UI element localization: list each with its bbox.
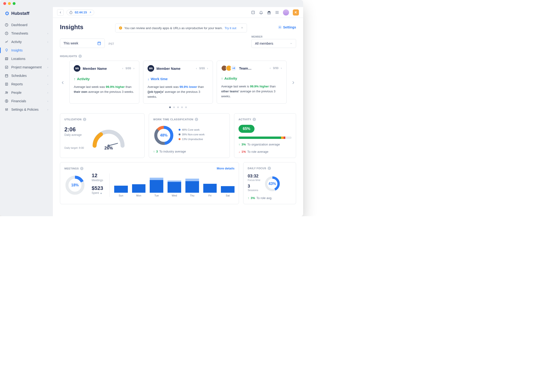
info-icon[interactable]: i — [80, 167, 83, 170]
sidebar-item-dashboard[interactable]: Dashboard — [0, 21, 53, 29]
card-prev[interactable]: ‹ — [122, 66, 124, 70]
user-badge[interactable]: K — [293, 9, 299, 15]
chevron-right-icon: › — [48, 83, 48, 85]
bell-icon[interactable] — [259, 10, 263, 14]
topbar: 02:44:15 ? K — [53, 7, 303, 18]
daily-focus-panel: DAILY FOCUSi 03:32 Focus time 3 Sessions — [243, 162, 296, 204]
nav-icon — [5, 31, 8, 35]
member-filter-select[interactable]: All members — [251, 39, 296, 48]
legend-item: 13% Unproductive — [179, 138, 205, 140]
nav-icon — [5, 91, 8, 94]
nav-icon — [5, 49, 8, 52]
svg-rect-2 — [5, 66, 8, 69]
chevron-right-icon: › — [48, 75, 48, 77]
minimize-window-icon[interactable] — [8, 2, 11, 5]
close-window-icon[interactable] — [3, 2, 6, 5]
chevron-right-icon: › — [48, 100, 48, 102]
sidebar-item-activity[interactable]: Activity› — [0, 38, 53, 46]
close-icon — [241, 26, 243, 29]
sidebar-item-insights[interactable]: Insights — [0, 46, 53, 55]
carousel-next[interactable]: › — [291, 78, 296, 86]
sidebar-item-settings-policies[interactable]: Settings & Policies› — [0, 105, 53, 114]
card-member-name: Member Name — [83, 67, 107, 70]
brand-name: Hubstaff — [11, 11, 29, 16]
calendar-icon — [97, 41, 101, 45]
timer-value: 02:44:15 — [75, 11, 87, 14]
banner-close[interactable] — [241, 26, 243, 30]
svg-text:i: i — [120, 27, 121, 29]
page-title: Insights — [60, 23, 83, 31]
utilization-gauge: 26% — [89, 125, 129, 151]
bar-column: Wed — [167, 174, 181, 197]
arrow-up-icon: ↑ — [74, 77, 76, 81]
meetings-chart: SunMonTueWedThuFriSat — [109, 174, 235, 197]
info-icon[interactable]: i — [78, 55, 82, 58]
card-next[interactable]: › — [280, 66, 282, 70]
carousel-dots[interactable] — [60, 106, 296, 108]
card-next[interactable]: › — [133, 66, 135, 70]
user-avatar[interactable] — [283, 9, 289, 15]
member-avatar: MN — [74, 65, 80, 72]
timer-widget[interactable]: 02:44:15 — [67, 10, 94, 15]
meetings-more-link[interactable]: More details — [217, 167, 235, 170]
maximize-window-icon[interactable] — [13, 2, 15, 5]
back-button[interactable] — [57, 9, 64, 16]
legend-item: 48% Core work — [179, 128, 205, 131]
activity-bar — [238, 137, 292, 139]
info-icon[interactable]: i — [268, 167, 271, 170]
sidebar-item-timesheets[interactable]: Timesheets› — [0, 29, 53, 38]
window-titlebar — [0, 0, 303, 7]
sidebar-item-people[interactable]: People› — [0, 88, 53, 97]
gift-icon[interactable] — [267, 10, 271, 14]
date-range-select[interactable]: This week — [60, 39, 105, 48]
card-member-name: Team… — [239, 66, 251, 70]
svg-point-8 — [5, 109, 6, 110]
settings-link[interactable]: Settings — [278, 25, 296, 29]
info-icon[interactable]: i — [83, 118, 86, 121]
sidebar-item-reports[interactable]: Reports› — [0, 80, 53, 88]
metric-label: ↑ Activity — [74, 77, 135, 81]
activity-panel: ACTIVITYi 65% ↑3%To organization average… — [234, 113, 296, 158]
svg-point-20 — [278, 12, 278, 13]
brand-logo[interactable]: Hubstaff — [0, 11, 53, 21]
svg-point-23 — [278, 13, 278, 14]
sidebar-item-financials[interactable]: Financials› — [0, 97, 53, 105]
card-prev[interactable]: ‹ — [195, 66, 197, 70]
help-icon[interactable]: ? — [251, 10, 255, 14]
svg-point-24 — [279, 27, 280, 28]
nav-icon — [5, 57, 8, 61]
card-next[interactable]: › — [207, 66, 208, 70]
info-icon[interactable]: i — [195, 118, 198, 121]
card-description: Average last week was 99.9% lower than {… — [148, 85, 209, 99]
bar-column: Fri — [203, 174, 217, 197]
member-filter-label: MEMBER — [251, 35, 296, 38]
arrow-up-icon: ↑ — [221, 76, 223, 80]
hubstaff-logo-icon — [5, 11, 9, 16]
banner-cta[interactable]: Try it out — [225, 26, 236, 30]
apps-grid-icon[interactable] — [275, 10, 279, 14]
chevron-right-icon: › — [48, 32, 48, 35]
banner-text: You can review and classify apps & URLs … — [124, 26, 223, 30]
svg-point-22 — [277, 13, 277, 14]
meetings-panel: MEETINGSi More details 18% — [60, 162, 239, 204]
carousel-prev[interactable]: ‹ — [60, 78, 66, 86]
chevron-down-icon — [290, 42, 292, 45]
card-prev[interactable]: ‹ — [269, 66, 271, 70]
svg-point-18 — [276, 12, 276, 13]
sidebar-item-locations[interactable]: Locations› — [0, 55, 53, 63]
sidebar-item-project-management[interactable]: Project management› — [0, 63, 53, 71]
popout-icon — [89, 11, 92, 14]
worktime-donut: 48% — [153, 125, 174, 146]
info-icon[interactable]: i — [253, 118, 256, 121]
member-avatar: MN — [148, 65, 154, 72]
nav-icon — [5, 99, 8, 103]
stopwatch-icon — [69, 11, 73, 14]
card-description: Average last week was 99.9% higher than … — [74, 85, 135, 94]
svg-point-6 — [7, 92, 8, 93]
worktime-panel: WORK TIME CLASSIFICATIONi 48% — [149, 113, 230, 158]
sidebar-item-schedules[interactable]: Schedules› — [0, 71, 53, 80]
activity-compare: ↓1%To role average — [238, 150, 292, 154]
bar-column: Tue — [150, 174, 163, 197]
bar-column: Sat — [221, 174, 235, 197]
chevron-right-icon: › — [48, 66, 48, 69]
